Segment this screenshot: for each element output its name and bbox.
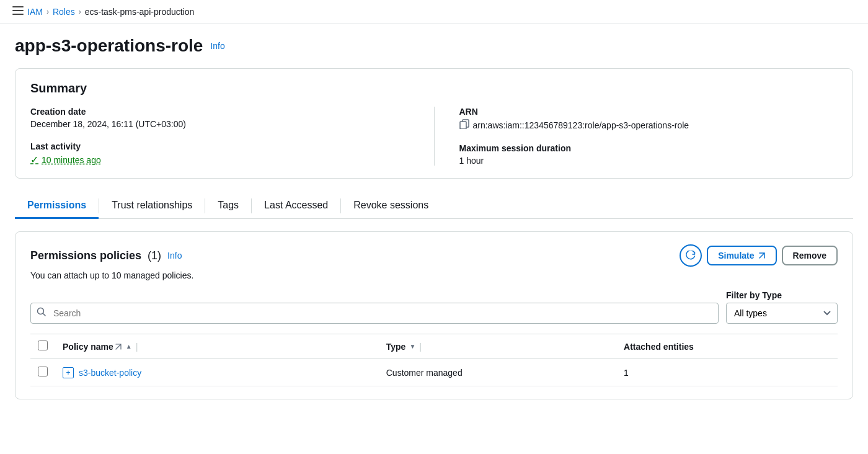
remove-button[interactable]: Remove xyxy=(782,246,838,265)
max-session-label: Maximum session duration xyxy=(459,143,838,153)
sort-desc-icon: ▼ xyxy=(409,343,415,350)
page-title: app-s3-operations-role xyxy=(15,36,203,56)
tab-permissions[interactable]: Permissions xyxy=(15,194,99,219)
th-policy-name: Policy name ▲ | xyxy=(55,334,379,359)
select-all-checkbox[interactable] xyxy=(38,340,48,350)
policies-subtitle: You can attach up to 10 managed policies… xyxy=(30,270,838,280)
col-divider-1: | xyxy=(133,342,141,352)
check-icon: ✓ xyxy=(30,154,38,166)
breadcrumb-current: ecs-task-pms-api-production xyxy=(85,7,195,17)
breadcrumb-iam[interactable]: IAM xyxy=(27,7,43,17)
tabs-container: Permissions Trust relationships Tags Las… xyxy=(15,194,853,219)
max-session-value: 1 hour xyxy=(459,156,838,166)
tab-last-accessed[interactable]: Last Accessed xyxy=(252,194,340,219)
summary-left: Creation date December 18, 2024, 16:11 (… xyxy=(30,107,434,166)
breadcrumb-sep-2: › xyxy=(79,7,81,16)
simulate-button[interactable]: Simulate xyxy=(707,246,776,265)
svg-rect-4 xyxy=(460,122,466,129)
policies-title: Permissions policies xyxy=(30,249,141,262)
policy-table-body: + s3-bucket-policy Customer managed 1 xyxy=(30,359,838,386)
th-checkbox xyxy=(30,334,55,359)
summary-grid: Creation date December 18, 2024, 16:11 (… xyxy=(30,107,838,166)
copy-icon[interactable] xyxy=(459,119,469,131)
tab-trust-relationships[interactable]: Trust relationships xyxy=(99,194,205,219)
max-session-field: Maximum session duration 1 hour xyxy=(459,143,838,166)
search-input[interactable] xyxy=(30,303,719,324)
table-row: + s3-bucket-policy Customer managed 1 xyxy=(30,359,838,386)
policy-table: Policy name ▲ | Type ▼ | Attached xyxy=(30,334,838,386)
breadcrumb-nav: IAM › Roles › ecs-task-pms-api-productio… xyxy=(0,0,868,24)
filter-type-label: Filter by Type xyxy=(726,290,838,300)
page-title-row: app-s3-operations-role Info xyxy=(15,36,853,56)
last-activity-link[interactable]: ✓ 10 minutes ago xyxy=(30,154,409,166)
th-type: Type ▼ | xyxy=(379,334,616,359)
arn-value: arn:aws:iam::123456789123:role/app-s3-op… xyxy=(473,120,689,130)
row-checkbox[interactable] xyxy=(38,367,48,376)
breadcrumb-sep-1: › xyxy=(46,7,49,16)
expand-icon[interactable]: + xyxy=(63,367,74,378)
table-header-row: Policy name ▲ | Type ▼ | Attached xyxy=(30,334,838,359)
policies-section: Permissions policies (1) Info Simulate R… xyxy=(15,231,853,399)
last-activity-label: Last activity xyxy=(30,141,409,151)
arn-field: ARN arn:aws:iam::123456789123:role/app-s… xyxy=(459,107,838,131)
refresh-button[interactable] xyxy=(680,244,702,267)
page-info-link[interactable]: Info xyxy=(210,41,224,51)
page-content: app-s3-operations-role Info Summary Crea… xyxy=(0,24,868,412)
tab-tags[interactable]: Tags xyxy=(205,194,251,219)
svg-rect-2 xyxy=(12,14,24,15)
filter-type-group: Filter by Type All types AWS managed Cus… xyxy=(726,290,838,324)
policies-count: (1) xyxy=(148,249,161,262)
policies-header: Permissions policies (1) Info Simulate R… xyxy=(30,244,838,267)
search-box xyxy=(30,303,719,324)
td-checkbox xyxy=(30,359,55,386)
policies-actions: Simulate Remove xyxy=(680,244,838,267)
creation-date-field: Creation date December 18, 2024, 16:11 (… xyxy=(30,107,409,129)
type-select[interactable]: All types AWS managed Customer managed I… xyxy=(726,303,838,324)
hamburger-icon[interactable] xyxy=(12,6,24,17)
summary-title: Summary xyxy=(30,81,838,96)
svg-rect-1 xyxy=(12,10,24,11)
th-type-label: Type xyxy=(386,342,406,352)
th-attached: Attached entities xyxy=(616,334,838,359)
arn-label: ARN xyxy=(459,107,838,117)
td-attached-entities: 1 xyxy=(616,359,838,386)
arn-row: arn:aws:iam::123456789123:role/app-s3-op… xyxy=(459,119,838,131)
th-policy-name-label: Policy name xyxy=(63,342,113,352)
filter-row: Filter by Type All types AWS managed Cus… xyxy=(30,290,838,324)
td-type: Customer managed xyxy=(379,359,616,386)
policy-name-link[interactable]: s3-bucket-policy xyxy=(79,368,141,378)
summary-right: ARN arn:aws:iam::123456789123:role/app-s… xyxy=(435,107,838,166)
td-policy-name: + s3-bucket-policy xyxy=(55,359,379,386)
tab-revoke-sessions[interactable]: Revoke sessions xyxy=(341,194,441,219)
policies-title-row: Permissions policies (1) Info xyxy=(30,249,182,262)
creation-date-value: December 18, 2024, 16:11 (UTC+03:00) xyxy=(30,119,409,129)
col-divider-2: | xyxy=(417,342,424,352)
summary-card: Summary Creation date December 18, 2024,… xyxy=(15,68,853,179)
simulate-label: Simulate xyxy=(718,251,754,260)
last-activity-value: 10 minutes ago xyxy=(42,155,101,165)
policies-info-link[interactable]: Info xyxy=(167,251,182,260)
creation-date-label: Creation date xyxy=(30,107,409,117)
breadcrumb-roles[interactable]: Roles xyxy=(53,7,75,17)
last-activity-field: Last activity ✓ 10 minutes ago xyxy=(30,141,409,166)
svg-rect-0 xyxy=(12,6,24,7)
sort-asc-icon: ▲ xyxy=(126,343,132,350)
search-icon xyxy=(37,307,46,319)
